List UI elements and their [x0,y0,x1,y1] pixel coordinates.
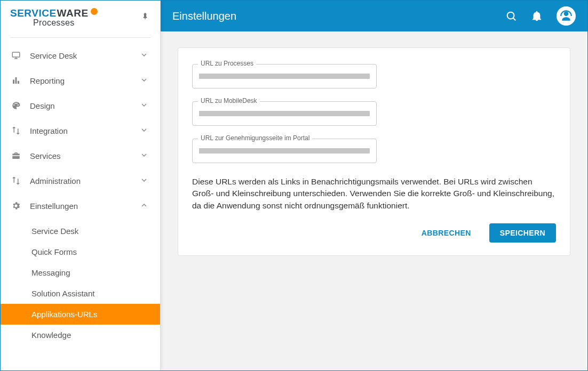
subnav-messaging[interactable]: Messaging [1,262,160,283]
sidebar: SERVICEWARE Processes Service Desk [1,1,161,370]
sidebar-item-service-desk[interactable]: Service Desk [1,43,160,68]
search-icon[interactable] [505,10,517,22]
settings-card: URL zu Processes URL zu MobileDesk URL z… [178,47,570,256]
url-approval-field[interactable]: URL zur Genehmigungsseite im Portal [192,139,377,163]
subnav-service-desk[interactable]: Service Desk [1,221,160,241]
help-text: Diese URLs werden als Links in Benachric… [192,176,556,212]
sidebar-item-label: Integration [30,126,140,135]
sidebar-item-label: Design [30,101,140,110]
chevron-down-icon [140,151,148,161]
pin-icon[interactable] [141,12,149,23]
chevron-down-icon [140,76,148,86]
redacted-value [199,111,370,116]
svg-point-4 [507,12,514,19]
svg-rect-0 [12,52,20,57]
sidebar-item-services[interactable]: Services [1,143,160,168]
sidebar-item-label: Administration [30,176,140,186]
page-title: Einstellungen [172,10,505,22]
sidebar-item-label: Service Desk [30,51,140,60]
subnav-solution-assistant[interactable]: Solution Assistant [1,283,160,304]
save-button[interactable]: SPEICHERN [489,223,556,243]
logo-service: SERVICE [10,8,57,19]
field-label: URL zur Genehmigungsseite im Portal [198,134,312,142]
chevron-down-icon [140,126,148,136]
svg-rect-1 [13,80,14,84]
url-mobiledesk-field[interactable]: URL zu MobileDesk [192,101,377,126]
subnav-applikations-urls[interactable]: Applikations-URLs [1,304,160,325]
sidebar-item-label: Reporting [30,76,140,85]
redacted-value [199,148,370,154]
subnav-knowledge[interactable]: Knowledge [1,325,160,345]
logo-ware: WARE [57,8,89,19]
sidebar-item-einstellungen[interactable]: Einstellungen [1,193,160,219]
svg-rect-2 [15,77,17,84]
logo-dot-icon [91,8,98,15]
gear-icon [10,201,22,211]
bell-icon[interactable] [531,10,543,22]
palette-icon [10,101,22,110]
cancel-button[interactable]: ABBRECHEN [411,223,482,243]
chevron-up-icon [140,201,148,211]
chevron-down-icon [140,51,148,61]
user-avatar[interactable] [557,6,576,26]
sidebar-item-label: Services [30,151,140,160]
sidebar-item-integration[interactable]: Integration [1,118,160,143]
brand-logo: SERVICEWARE Processes [10,8,98,28]
url-processes-field[interactable]: URL zu Processes [192,64,377,88]
sidebar-item-design[interactable]: Design [1,93,160,118]
field-label: URL zu Processes [198,60,256,67]
swap-icon [10,176,22,186]
divider [10,37,150,38]
subnav-quick-forms[interactable]: Quick Forms [1,241,160,262]
briefcase-icon [10,151,22,160]
chevron-down-icon [140,176,148,186]
monitor-icon [10,51,22,60]
sidebar-item-label: Einstellungen [30,201,140,211]
sidebar-item-reporting[interactable]: Reporting [1,68,160,93]
swap-icon [10,126,22,135]
sidebar-item-administration[interactable]: Administration [1,168,160,193]
redacted-value [199,74,370,79]
chart-icon [10,76,22,85]
chevron-down-icon [140,101,148,111]
field-label: URL zu MobileDesk [198,97,260,104]
topbar: Einstellungen [161,1,587,31]
main: Einstellungen URL zu Processes [161,1,587,370]
svg-line-5 [513,18,516,21]
logo-sub: Processes [33,19,74,28]
svg-rect-3 [18,81,19,84]
